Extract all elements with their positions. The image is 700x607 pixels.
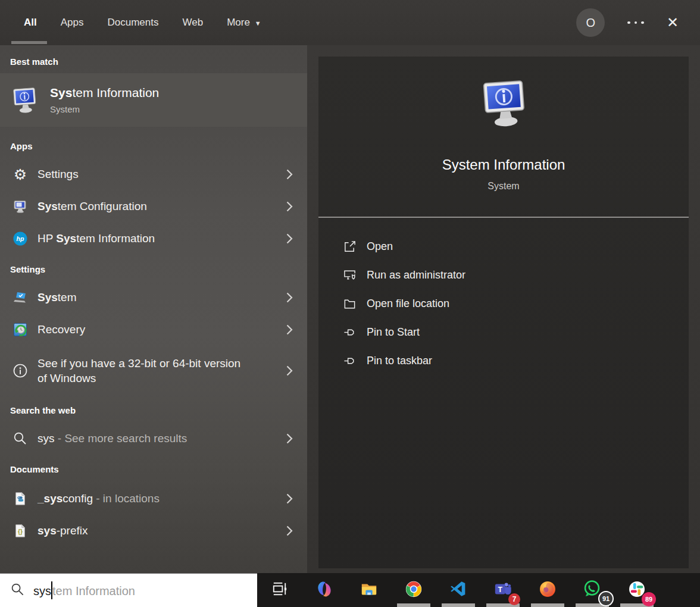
system-information-icon xyxy=(479,78,529,130)
taskbar-file-explorer-button[interactable] xyxy=(346,573,391,607)
section-documents: Documents xyxy=(10,455,307,474)
chevron-right-icon[interactable] xyxy=(286,292,293,303)
tab-all[interactable]: All xyxy=(24,17,37,29)
preview-panel: System Information System Open xyxy=(307,45,700,573)
result-item-system-configuration[interactable]: System Configuration xyxy=(0,190,307,223)
search-query-text: sys xyxy=(33,584,51,597)
running-indicator xyxy=(397,603,430,607)
search-icon xyxy=(10,582,25,599)
preview-card: System Information System Open xyxy=(318,57,689,568)
more-options-icon[interactable] xyxy=(627,21,644,24)
teams-notification-badge: 7 xyxy=(508,593,520,605)
section-search-the-web: Search the web xyxy=(10,393,307,415)
action-pin-to-taskbar[interactable]: Pin to taskbar xyxy=(318,346,689,375)
taskbar-chrome-button[interactable] xyxy=(391,573,436,607)
chevron-right-icon[interactable] xyxy=(286,169,293,180)
chevron-right-icon[interactable] xyxy=(286,493,293,504)
action-open[interactable]: Open xyxy=(318,232,689,261)
chevron-right-icon[interactable] xyxy=(286,433,293,444)
tab-apps[interactable]: Apps xyxy=(61,17,84,29)
result-item-settings[interactable]: ⚙ Settings xyxy=(0,158,307,190)
best-match-title: System Information xyxy=(50,86,159,100)
close-icon[interactable]: ✕ xyxy=(667,15,679,30)
recovery-icon xyxy=(12,322,29,337)
section-settings: Settings xyxy=(10,255,307,274)
run-as-admin-icon xyxy=(342,268,357,282)
result-item-32bit-64bit[interactable]: See if you have a 32-bit or 64-bit versi… xyxy=(0,348,307,393)
divider xyxy=(318,217,689,218)
chevron-down-icon: ▼ xyxy=(255,20,261,27)
chrome-icon xyxy=(404,580,423,601)
search-icon xyxy=(12,431,29,446)
python-file-icon xyxy=(12,492,29,506)
active-tab-indicator xyxy=(11,41,47,44)
chevron-right-icon[interactable] xyxy=(286,233,293,244)
taskbar-teams-button[interactable]: T 7 xyxy=(480,573,525,607)
settings-gear-icon: ⚙ xyxy=(12,167,29,182)
action-open-file-location[interactable]: Open file location xyxy=(318,289,689,318)
svg-text:hp: hp xyxy=(17,235,24,242)
result-item-system[interactable]: System xyxy=(0,281,307,314)
best-match-item[interactable]: System Information System xyxy=(0,73,307,127)
result-item-sysconfig[interactable]: _sysconfig - in locations xyxy=(0,483,307,515)
code-file-icon: {} xyxy=(12,524,29,538)
taskbar-vscode-button[interactable] xyxy=(436,573,480,607)
open-file-location-icon xyxy=(342,297,357,311)
topbar-actions: O ✕ xyxy=(576,8,679,37)
search-input[interactable]: system Information xyxy=(0,573,257,607)
taskbar-copilot-button[interactable] xyxy=(302,573,346,607)
section-apps: Apps xyxy=(10,127,307,151)
info-icon xyxy=(12,363,29,378)
result-item-recovery[interactable]: Recovery xyxy=(0,314,307,346)
hp-logo-icon: hp xyxy=(12,231,29,246)
preview-actions: Open Run as administrator xyxy=(318,232,689,375)
taskbar-slack-button[interactable]: 89 xyxy=(614,573,659,607)
preview-subtitle: System xyxy=(488,181,519,192)
action-pin-to-start[interactable]: Pin to Start xyxy=(318,318,689,346)
chevron-right-icon[interactable] xyxy=(286,324,293,335)
taskbar-task-view-button[interactable] xyxy=(257,573,302,607)
section-best-match: Best match xyxy=(10,45,307,67)
taskbar-whatsapp-button[interactable]: 91 xyxy=(570,573,614,607)
result-item-web-search[interactable]: sys - See more search results xyxy=(0,423,307,455)
results-panel: Best match xyxy=(0,45,307,573)
search-filter-bar: All Apps Documents Web More▼ O ✕ xyxy=(0,0,700,45)
action-run-as-administrator[interactable]: Run as administrator xyxy=(318,261,689,289)
taskbar: T 7 xyxy=(257,573,700,607)
filter-tabs: All Apps Documents Web More▼ xyxy=(24,17,261,29)
system-laptop-icon xyxy=(12,290,29,305)
task-view-icon xyxy=(270,579,289,601)
tab-documents[interactable]: Documents xyxy=(107,17,158,29)
vscode-icon xyxy=(449,580,467,600)
result-item-hp-system-information[interactable]: hp HP System Information xyxy=(0,223,307,255)
pin-icon xyxy=(342,354,357,368)
svg-text:T: T xyxy=(498,585,502,593)
search-suggestion-text: tem Information xyxy=(52,584,135,597)
copilot-icon xyxy=(315,580,334,601)
slack-notification-badge: 89 xyxy=(642,592,656,606)
svg-text:{}: {} xyxy=(18,528,23,535)
windows-search-flyout: All Apps Documents Web More▼ O ✕ Best ma… xyxy=(0,0,700,607)
chevron-right-icon[interactable] xyxy=(286,525,293,536)
preview-title: System Information xyxy=(442,157,565,173)
best-match-subtitle: System xyxy=(50,104,159,114)
file-explorer-icon xyxy=(360,580,379,601)
tab-web[interactable]: Web xyxy=(182,17,203,29)
system-information-icon xyxy=(11,86,38,114)
open-icon xyxy=(342,240,357,254)
tab-more[interactable]: More▼ xyxy=(227,17,261,29)
running-indicator xyxy=(442,603,475,607)
firefox-icon xyxy=(538,580,557,601)
taskbar-firefox-button[interactable] xyxy=(525,573,570,607)
system-configuration-icon xyxy=(12,199,29,214)
chevron-right-icon[interactable] xyxy=(286,201,293,212)
user-avatar[interactable]: O xyxy=(576,8,605,37)
chevron-right-icon[interactable] xyxy=(286,365,293,376)
pin-icon xyxy=(342,326,357,339)
result-item-sys-prefix[interactable]: {} sys-prefix xyxy=(0,515,307,547)
whatsapp-notification-badge: 91 xyxy=(598,591,614,606)
running-indicator xyxy=(531,603,564,607)
